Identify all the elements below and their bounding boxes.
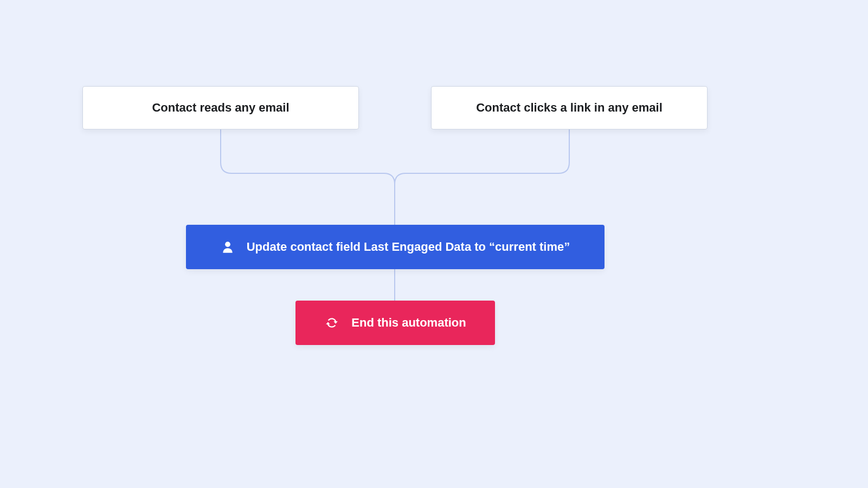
automation-diagram: Contact reads any email Contact clicks a… — [0, 0, 868, 488]
action-label: Update contact field Last Engaged Data t… — [247, 240, 570, 254]
refresh-icon — [324, 316, 339, 330]
action-end-automation[interactable]: End this automation — [295, 301, 495, 345]
trigger-clicks-link[interactable]: Contact clicks a link in any email — [431, 86, 708, 129]
svg-point-1 — [225, 242, 230, 247]
action-update-contact[interactable]: Update contact field Last Engaged Data t… — [186, 225, 605, 269]
trigger-label: Contact reads any email — [152, 101, 289, 115]
action-label: End this automation — [351, 316, 466, 330]
trigger-label: Contact clicks a link in any email — [476, 101, 663, 115]
trigger-reads-email[interactable]: Contact reads any email — [82, 86, 359, 129]
person-icon — [221, 239, 235, 255]
